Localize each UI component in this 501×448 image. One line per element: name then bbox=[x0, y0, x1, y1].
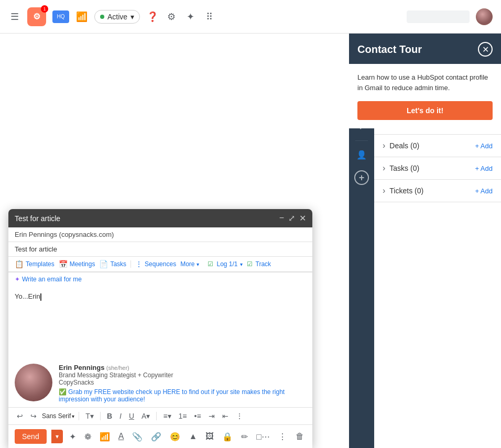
track-button[interactable]: ☑ Track bbox=[247, 260, 271, 268]
hs-section-deals[interactable]: › Deals (0) + Add bbox=[374, 135, 501, 157]
effects-icon[interactable]: ❁ bbox=[82, 431, 93, 443]
more-button[interactable]: More ▾ bbox=[180, 260, 199, 268]
align-button[interactable]: ≡▾ bbox=[161, 411, 173, 421]
compose-subject-field[interactable]: Test for article bbox=[8, 242, 312, 257]
compose-to-field[interactable]: Erin Pennings (copysnacks.com) bbox=[8, 227, 312, 242]
tasks-button[interactable]: 📄 Tasks bbox=[99, 260, 126, 268]
hs-rail-add-button[interactable]: + bbox=[354, 170, 369, 185]
bold-button[interactable]: B bbox=[105, 411, 114, 421]
deals-label: Deals (0) bbox=[389, 141, 475, 150]
lock-icon[interactable]: 🔒 bbox=[220, 431, 235, 443]
sig-title: Brand Messaging Strategist + Copywriter bbox=[59, 371, 306, 379]
log-chevron-icon: ▾ bbox=[240, 261, 243, 267]
photo-icon[interactable]: 🖼 bbox=[203, 431, 216, 442]
expand-button[interactable]: ⤢ bbox=[288, 213, 295, 223]
ct-close-button[interactable]: ✕ bbox=[478, 42, 493, 57]
ct-description: Learn how to use a HubSpot contact profi… bbox=[357, 72, 493, 93]
meetings-icon: 📅 bbox=[59, 260, 68, 268]
outdent-button[interactable]: ⇤ bbox=[220, 411, 231, 421]
ai-sparkle-icon: ✦ bbox=[15, 276, 20, 283]
format-divider-2 bbox=[100, 412, 101, 420]
email-signature: Erin Pennings (she/her) Brand Messaging … bbox=[8, 359, 312, 407]
tasks-chevron-icon: › bbox=[383, 163, 385, 173]
send-button[interactable]: Send bbox=[15, 429, 47, 444]
tickets-chevron-icon: › bbox=[383, 186, 385, 195]
unordered-list-button[interactable]: •≡ bbox=[192, 411, 203, 421]
attach-icon[interactable]: 📎 bbox=[130, 431, 145, 443]
send-options-button[interactable]: ▾ bbox=[51, 430, 63, 443]
signature-text: Erin Pennings (she/her) Brand Messaging … bbox=[59, 364, 306, 403]
sparkle-icon[interactable]: ✦ bbox=[184, 10, 197, 23]
deals-add-button[interactable]: + Add bbox=[475, 142, 493, 150]
undo-button[interactable]: ↩ bbox=[15, 411, 25, 421]
hs-section-tasks[interactable]: › Tasks (0) + Add bbox=[374, 157, 501, 180]
text-size-button[interactable]: T▾ bbox=[83, 411, 96, 421]
to-value: Erin Pennings (copysnacks.com) bbox=[15, 231, 114, 238]
emoji-icon[interactable]: 😊 bbox=[168, 431, 182, 443]
hubspot-panel: ⚙ G 📅 💬 ✓ 👤 + Contact Tour ✕ Learn how t… bbox=[349, 34, 501, 448]
log-button[interactable]: ☑ Log 1/1 ▾ bbox=[208, 260, 242, 268]
compose-window: Test for article − ⤢ ✕ Erin Pennings (co… bbox=[8, 209, 312, 448]
sig-pronouns: (she/her) bbox=[106, 365, 129, 371]
ai-write-button[interactable]: ✦ Write an email for me bbox=[8, 272, 312, 286]
more-chevron-icon: ▾ bbox=[197, 261, 199, 267]
templates-button[interactable]: 📋 Templates bbox=[15, 260, 55, 268]
ct-title: Contact Tour bbox=[357, 43, 422, 56]
delete-draft-icon[interactable]: 🗑 bbox=[293, 431, 306, 442]
cloudhq-icon[interactable]: HQ bbox=[52, 10, 69, 23]
underline-send-icon[interactable]: A bbox=[116, 431, 126, 442]
edit-icon[interactable]: ✏ bbox=[239, 431, 250, 443]
ct-header: Contact Tour ✕ bbox=[349, 34, 501, 64]
more-format-button[interactable]: ⋮ bbox=[234, 411, 245, 421]
close-compose-button[interactable]: ✕ bbox=[299, 213, 306, 223]
signature-send-icon[interactable]: □⋯ bbox=[254, 431, 272, 443]
tasks-add-button[interactable]: + Add bbox=[475, 165, 493, 172]
compose-body[interactable]: Yo...Erin bbox=[8, 286, 312, 359]
compose-header-actions: − ⤢ ✕ bbox=[279, 213, 306, 223]
dropdown-arrow: ▾ bbox=[130, 13, 134, 21]
ordered-list-button[interactable]: 1≡ bbox=[177, 411, 189, 421]
tickets-label: Tickets (0) bbox=[389, 187, 475, 195]
hs-panel-content: Contact Tour ✕ Learn how to use a HubSpo… bbox=[374, 34, 501, 448]
extra-send-options[interactable]: ⋮ bbox=[276, 431, 289, 443]
italic-button[interactable]: I bbox=[117, 411, 124, 421]
tasks-label: Tasks (0) bbox=[389, 164, 475, 172]
wifi-icon[interactable]: 📶 bbox=[75, 10, 88, 23]
tickets-add-button[interactable]: + Add bbox=[475, 187, 493, 195]
settings-icon[interactable]: ⚙ bbox=[165, 10, 178, 23]
link-icon[interactable]: 🔗 bbox=[149, 431, 164, 443]
sequences-button[interactable]: ⋮ Sequences bbox=[135, 260, 176, 268]
track-check-icon: ☑ bbox=[247, 260, 253, 268]
log-check-icon: ☑ bbox=[208, 260, 213, 268]
apps-icon[interactable]: ⠿ bbox=[203, 10, 215, 23]
format-divider-1 bbox=[79, 412, 79, 420]
drive-icon[interactable]: ▲ bbox=[187, 431, 199, 442]
redo-button[interactable]: ↪ bbox=[28, 411, 39, 421]
toolbar-divider bbox=[130, 260, 131, 268]
ct-cta-button[interactable]: Let's do it! bbox=[357, 101, 493, 120]
more-options-icon[interactable]: ✦ bbox=[67, 431, 78, 443]
font-selector[interactable]: Sans Serif ▾ bbox=[42, 412, 74, 420]
minimize-button[interactable]: − bbox=[279, 213, 284, 223]
active-status-button[interactable]: Active ▾ bbox=[94, 10, 140, 24]
underline-button[interactable]: U bbox=[127, 411, 136, 421]
hs-section-tickets[interactable]: › Tickets (0) + Add bbox=[374, 180, 501, 202]
templates-icon: 📋 bbox=[15, 260, 24, 268]
meetings-button[interactable]: 📅 Meetings bbox=[59, 260, 95, 268]
help-icon[interactable]: ❓ bbox=[146, 10, 159, 23]
wifi-send-icon[interactable]: 📶 bbox=[97, 431, 112, 443]
main-content: 1–50 of 298 ‹ › ≡ ▾ Test for article − ⤢… bbox=[0, 34, 349, 448]
subject-value: Test for article bbox=[15, 245, 57, 253]
menu-icon[interactable]: ☰ bbox=[8, 10, 21, 23]
indent-button[interactable]: ⇥ bbox=[206, 411, 217, 421]
signature-avatar bbox=[15, 364, 52, 401]
hubspot-icon[interactable]: ⚙ 1 bbox=[27, 7, 46, 26]
compose-toolbar: 📋 Templates 📅 Meetings 📄 Tasks ⋮ Sequenc… bbox=[8, 257, 312, 272]
avatar[interactable] bbox=[476, 8, 493, 25]
sig-name: Erin Pennings bbox=[59, 364, 104, 371]
hs-rail-person-icon[interactable]: 👤 bbox=[352, 145, 371, 164]
sig-cta[interactable]: ✅ Grab my FREE website check up HERE to … bbox=[59, 388, 306, 403]
tasks-icon: 📄 bbox=[99, 260, 108, 268]
active-label: Active bbox=[107, 13, 127, 21]
text-color-button[interactable]: A▾ bbox=[139, 411, 152, 421]
